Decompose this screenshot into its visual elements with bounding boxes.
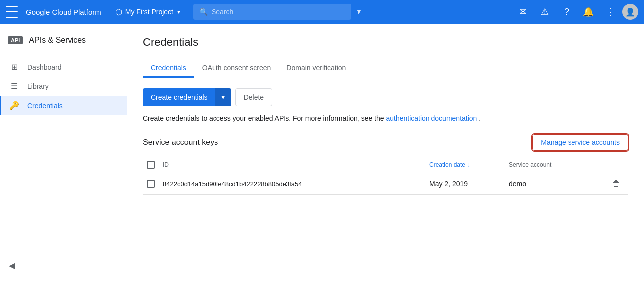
project-dropdown-icon: ▼ <box>176 9 181 15</box>
hamburger-menu[interactable] <box>6 6 18 18</box>
tab-domain-verification[interactable]: Domain verification <box>279 59 354 78</box>
tab-credentials[interactable]: Credentials <box>143 59 194 78</box>
search-icon: 🔍 <box>199 8 208 16</box>
user-avatar[interactable]: 👤 <box>622 4 638 20</box>
sort-icon: ↓ <box>467 161 470 168</box>
alert-icon-button[interactable]: ⚠ <box>535 2 555 22</box>
api-badge: API <box>8 36 23 44</box>
row-id: 8422c0d14a15d90fe48cd1b422228b805de3fa54 <box>159 180 426 188</box>
sidebar-item-library-label: Library <box>27 82 49 90</box>
sidebar-collapse-button[interactable]: ◀ <box>4 257 20 273</box>
page-title: Credentials <box>143 36 628 49</box>
collapse-icon: ◀ <box>9 261 15 270</box>
brand-area: Google Cloud Platform <box>26 8 101 16</box>
row-delete-button[interactable]: 🗑 <box>604 179 628 188</box>
info-text-suffix: . <box>479 114 481 122</box>
header-id: ID <box>159 161 426 169</box>
sidebar-item-library[interactable]: ☰ Library <box>0 76 127 96</box>
row-checkbox[interactable] <box>147 180 155 188</box>
delete-button[interactable]: Delete <box>235 88 272 106</box>
nav-actions: ✉ ⚠ ? 🔔 ⋮ 👤 <box>513 2 638 22</box>
header-actions <box>604 161 628 169</box>
sidebar: API APIs & Services ⊞ Dashboard ☰ Librar… <box>0 24 127 281</box>
top-navigation: Google Cloud Platform ⬡ My First Project… <box>0 0 644 24</box>
info-text-prefix: Create credentials to access your enable… <box>143 114 384 122</box>
header-checkbox-cell <box>143 161 159 169</box>
main-content: Credentials Credentials OAuth consent sc… <box>127 24 644 281</box>
project-icon: ⬡ <box>115 7 122 17</box>
tab-oauth-consent[interactable]: OAuth consent screen <box>194 59 279 78</box>
tabs-bar: Credentials OAuth consent screen Domain … <box>143 59 628 78</box>
page-layout: API APIs & Services ⊞ Dashboard ☰ Librar… <box>0 24 644 281</box>
project-name: My First Project <box>125 8 173 16</box>
header-checkbox[interactable] <box>147 161 155 169</box>
google-logo: Google Cloud Platform <box>26 8 101 16</box>
header-service-account: Service account <box>505 161 604 169</box>
search-dropdown-button[interactable]: ▼ <box>351 4 367 20</box>
auth-doc-link[interactable]: authentication documentation <box>386 114 479 122</box>
table-header: ID Creation date ↓ Service account <box>143 157 628 173</box>
bell-icon-button[interactable]: 🔔 <box>578 2 598 22</box>
brand-text: Google Cloud Platform <box>26 8 101 16</box>
create-credentials-dropdown[interactable]: ▼ <box>215 88 231 106</box>
service-account-table: ID Creation date ↓ Service account <box>143 157 628 195</box>
section-title: Service account keys <box>143 138 218 147</box>
sidebar-item-dashboard[interactable]: ⊞ Dashboard <box>0 57 127 76</box>
sidebar-item-credentials[interactable]: 🔑 Credentials <box>0 96 127 115</box>
email-icon-button[interactable]: ✉ <box>513 2 533 22</box>
library-icon: ☰ <box>9 81 19 91</box>
more-options-button[interactable]: ⋮ <box>600 2 620 22</box>
toolbar: Create credentials ▼ Delete <box>143 88 628 106</box>
sidebar-header-text: APIs & Services <box>29 36 86 45</box>
header-creation-date[interactable]: Creation date ↓ <box>426 161 505 169</box>
create-credentials-main[interactable]: Create credentials <box>143 88 215 106</box>
row-checkbox-cell <box>143 180 159 188</box>
row-creation-date: May 2, 2019 <box>426 180 505 188</box>
row-service-account: demo <box>505 180 604 188</box>
search-input[interactable] <box>212 8 345 16</box>
sidebar-item-dashboard-label: Dashboard <box>27 63 62 71</box>
sidebar-divider <box>0 53 127 53</box>
info-text: Create credentials to access your enable… <box>143 114 628 122</box>
section-header: Service account keys Manage service acco… <box>143 134 628 151</box>
sidebar-item-credentials-label: Credentials <box>27 102 63 110</box>
sidebar-header: API APIs & Services <box>0 28 127 49</box>
dashboard-icon: ⊞ <box>9 62 19 71</box>
project-selector[interactable]: ⬡ My First Project ▼ <box>111 5 185 19</box>
search-bar[interactable]: 🔍 <box>193 4 351 20</box>
credentials-icon: 🔑 <box>9 101 19 110</box>
help-icon-button[interactable]: ? <box>557 2 576 22</box>
manage-service-accounts-button[interactable]: Manage service accounts <box>532 134 628 151</box>
service-account-section: Service account keys Manage service acco… <box>143 134 628 195</box>
create-credentials-button[interactable]: Create credentials ▼ <box>143 88 231 106</box>
table-row: 8422c0d14a15d90fe48cd1b422228b805de3fa54… <box>143 173 628 195</box>
